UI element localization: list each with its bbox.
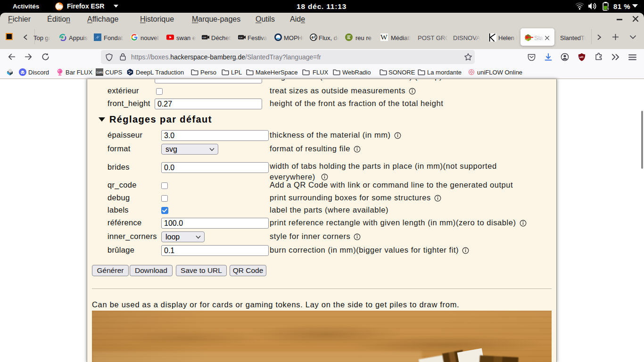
svg-text:CUPS: CUPS xyxy=(96,71,103,74)
svg-text:CJC: CJC xyxy=(239,36,243,39)
svg-text:W: W xyxy=(380,33,388,41)
svg-text:uO: uO xyxy=(579,56,584,58)
svg-text:e: e xyxy=(312,34,314,40)
svg-text:CJC: CJC xyxy=(203,36,206,39)
